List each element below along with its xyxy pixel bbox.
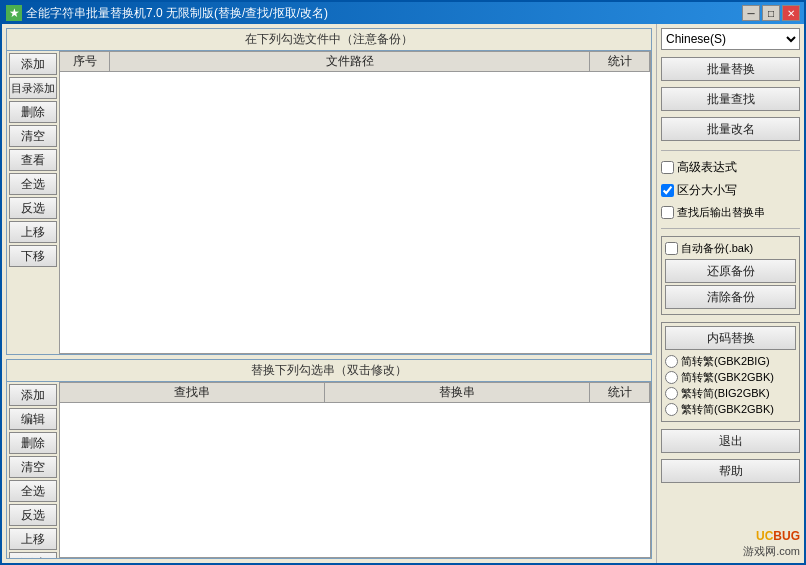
app-icon: ★ xyxy=(6,5,22,21)
radio-gbk2gbk-trad-row[interactable]: 繁转简(GBK2GBK) xyxy=(665,402,796,417)
lang-select-row: Chinese(S) Chinese(T) English xyxy=(661,28,800,50)
files-dir-add-button[interactable]: 目录添加 xyxy=(9,77,57,99)
files-table: 序号 文件路径 统计 xyxy=(59,51,651,354)
replace-section: 替换下列勾选串（双击修改） 添加 编辑 删除 清空 全选 反选 上移 下移 导入… xyxy=(6,359,652,559)
files-view-button[interactable]: 查看 xyxy=(9,149,57,171)
title-bar-buttons: ─ □ ✕ xyxy=(742,5,800,21)
window-title: 全能字符串批量替换机7.0 无限制版(替换/查找/抠取/改名) xyxy=(26,5,742,22)
output-replace-checkbox[interactable] xyxy=(661,206,674,219)
files-section-body: 添加 目录添加 删除 清空 查看 全选 反选 上移 下移 序号 文件路径 xyxy=(7,51,651,354)
help-button[interactable]: 帮助 xyxy=(661,459,800,483)
auto-backup-label: 自动备份(.bak) xyxy=(681,241,753,256)
replace-move-up-button[interactable]: 上移 xyxy=(9,528,57,550)
replace-move-down-button[interactable]: 下移 xyxy=(9,552,57,558)
files-move-up-button[interactable]: 上移 xyxy=(9,221,57,243)
output-replace-checkbox-row[interactable]: 查找后输出替换串 xyxy=(661,205,800,220)
files-side-buttons: 添加 目录添加 删除 清空 查看 全选 反选 上移 下移 xyxy=(7,51,59,354)
encoding-group: 内码替换 简转繁(GBK2BIG) 简转繁(GBK2GBK) 繁转简(BIG2G… xyxy=(661,322,800,422)
radio-gbk2gbk-simp[interactable] xyxy=(665,371,678,384)
files-add-button[interactable]: 添加 xyxy=(9,53,57,75)
files-select-all-button[interactable]: 全选 xyxy=(9,173,57,195)
lang-select[interactable]: Chinese(S) Chinese(T) English xyxy=(661,28,800,50)
replace-table: 查找串 替换串 统计 xyxy=(59,382,651,558)
files-section-title: 在下列勾选文件中（注意备份） xyxy=(7,29,651,51)
radio-big2gbk-label: 繁转简(BIG2GBK) xyxy=(681,386,770,401)
files-invert-button[interactable]: 反选 xyxy=(9,197,57,219)
files-delete-button[interactable]: 删除 xyxy=(9,101,57,123)
radio-big2gbk-row[interactable]: 繁转简(BIG2GBK) xyxy=(665,386,796,401)
replace-edit-button[interactable]: 编辑 xyxy=(9,408,57,430)
files-table-header: 序号 文件路径 统计 xyxy=(60,52,650,72)
replace-table-body xyxy=(60,403,650,557)
col-seq: 序号 xyxy=(60,52,110,71)
right-panel: Chinese(S) Chinese(T) English 批量替换 批量查找 … xyxy=(656,24,804,563)
main-window: ★ 全能字符串批量替换机7.0 无限制版(替换/查找/抠取/改名) ─ □ ✕ … xyxy=(0,0,806,565)
radio-gbk2big[interactable] xyxy=(665,355,678,368)
batch-rename-button[interactable]: 批量改名 xyxy=(661,117,800,141)
files-clear-button[interactable]: 清空 xyxy=(9,125,57,147)
maximize-button[interactable]: □ xyxy=(762,5,780,21)
replace-table-header: 查找串 替换串 统计 xyxy=(60,383,650,403)
replace-section-body: 添加 编辑 删除 清空 全选 反选 上移 下移 导入 导出 查找串 xyxy=(7,382,651,558)
radio-gbk2big-row[interactable]: 简转繁(GBK2BIG) xyxy=(665,354,796,369)
col-stats: 统计 xyxy=(590,52,650,71)
col-replace: 替换串 xyxy=(325,383,590,402)
files-section: 在下列勾选文件中（注意备份） 添加 目录添加 删除 清空 查看 全选 反选 上移… xyxy=(6,28,652,355)
files-move-down-button[interactable]: 下移 xyxy=(9,245,57,267)
radio-gbk2gbk-trad[interactable] xyxy=(665,403,678,416)
radio-big2gbk[interactable] xyxy=(665,387,678,400)
watermark-game: 游戏网.com xyxy=(661,544,800,559)
case-sensitive-label: 区分大小写 xyxy=(677,182,737,199)
replace-side-buttons: 添加 编辑 删除 清空 全选 反选 上移 下移 导入 导出 xyxy=(7,382,59,558)
replace-select-all-button[interactable]: 全选 xyxy=(9,480,57,502)
auto-backup-checkbox[interactable] xyxy=(665,242,678,255)
col-filepath: 文件路径 xyxy=(110,52,590,71)
watermark-uc: UCBUG xyxy=(756,526,800,543)
radio-gbk2big-label: 简转繁(GBK2BIG) xyxy=(681,354,770,369)
backup-group: 自动备份(.bak) 还原备份 清除备份 xyxy=(661,236,800,315)
advanced-expr-label: 高级表达式 xyxy=(677,159,737,176)
close-button[interactable]: ✕ xyxy=(782,5,800,21)
files-table-body xyxy=(60,72,650,353)
clear-backup-button[interactable]: 清除备份 xyxy=(665,285,796,309)
replace-delete-button[interactable]: 删除 xyxy=(9,432,57,454)
title-bar: ★ 全能字符串批量替换机7.0 无限制版(替换/查找/抠取/改名) ─ □ ✕ xyxy=(2,2,804,24)
batch-search-button[interactable]: 批量查找 xyxy=(661,87,800,111)
restore-backup-button[interactable]: 还原备份 xyxy=(665,259,796,283)
case-sensitive-checkbox-row[interactable]: 区分大小写 xyxy=(661,182,800,199)
output-replace-label: 查找后输出替换串 xyxy=(677,205,765,220)
replace-invert-button[interactable]: 反选 xyxy=(9,504,57,526)
col-search: 查找串 xyxy=(60,383,325,402)
minimize-button[interactable]: ─ xyxy=(742,5,760,21)
batch-replace-button[interactable]: 批量替换 xyxy=(661,57,800,81)
advanced-expr-checkbox-row[interactable]: 高级表达式 xyxy=(661,159,800,176)
exit-button[interactable]: 退出 xyxy=(661,429,800,453)
watermark-area: UCBUG 游戏网.com xyxy=(661,522,800,559)
main-content: 在下列勾选文件中（注意备份） 添加 目录添加 删除 清空 查看 全选 反选 上移… xyxy=(2,24,804,563)
col-replace-stats: 统计 xyxy=(590,383,650,402)
auto-backup-checkbox-row[interactable]: 自动备份(.bak) xyxy=(665,241,796,256)
radio-gbk2gbk-trad-label: 繁转简(GBK2GBK) xyxy=(681,402,774,417)
replace-section-title: 替换下列勾选串（双击修改） xyxy=(7,360,651,382)
divider-2 xyxy=(661,228,800,229)
radio-gbk2gbk-simp-label: 简转繁(GBK2GBK) xyxy=(681,370,774,385)
divider-1 xyxy=(661,150,800,151)
left-panel: 在下列勾选文件中（注意备份） 添加 目录添加 删除 清空 查看 全选 反选 上移… xyxy=(2,24,656,563)
replace-clear-button[interactable]: 清空 xyxy=(9,456,57,478)
case-sensitive-checkbox[interactable] xyxy=(661,184,674,197)
radio-gbk2gbk-simp-row[interactable]: 简转繁(GBK2GBK) xyxy=(665,370,796,385)
replace-add-button[interactable]: 添加 xyxy=(9,384,57,406)
advanced-expr-checkbox[interactable] xyxy=(661,161,674,174)
encoding-replace-button[interactable]: 内码替换 xyxy=(665,326,796,350)
